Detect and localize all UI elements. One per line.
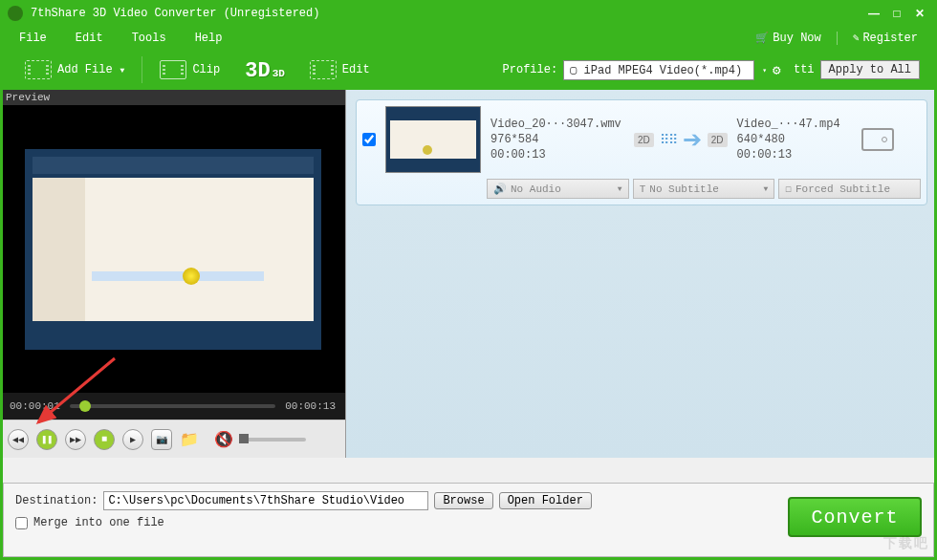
edit-button[interactable]: Edit	[302, 56, 378, 83]
preview-panel: Preview 00:00:01 00:00:13 ◀◀ ❚❚ ▶▶ ■	[0, 90, 346, 458]
register-link[interactable]: ✎Register	[853, 32, 918, 45]
time-bar: 00:00:01 00:00:13	[0, 393, 345, 420]
forced-subtitle-toggle[interactable]: ☐Forced Subtitle	[778, 179, 921, 199]
3d-button[interactable]: 3D3D	[237, 54, 293, 87]
seek-thumb-icon[interactable]	[79, 400, 91, 412]
bottom-bar: Destination: Browse Open Folder Merge in…	[3, 483, 934, 557]
window-title: 7thShare 3D Video Converter (Unregistere…	[31, 7, 864, 20]
app-logo-icon	[8, 6, 23, 21]
menubar: File Edit Tools Help 🛒Buy Now ✎Register	[0, 27, 937, 50]
profile-select[interactable]: ▢ iPad MPEG4 Video(*.mp4)	[563, 60, 754, 80]
step-button[interactable]: ▶	[122, 429, 143, 450]
volume-control: 🔇	[214, 430, 306, 449]
profile-dropdown-icon[interactable]: ▾	[762, 66, 767, 75]
file-checkbox[interactable]	[362, 133, 376, 146]
merge-checkbox[interactable]	[15, 517, 28, 529]
file-list: Video_20···3047.wmv 976*584 00:00:13 2D …	[346, 90, 937, 458]
conversion-indicator: 2D ⠿⠿ ➔ 2D	[634, 126, 728, 153]
settings-icon[interactable]: ⚙	[773, 62, 788, 77]
clip-icon	[160, 60, 186, 79]
tti-label: tti	[794, 63, 815, 76]
file-thumbnail	[385, 106, 481, 173]
dropdown-icon: ▼	[618, 184, 622, 193]
preview-screen	[0, 105, 345, 393]
audio-select[interactable]: 🔊No Audio▼	[487, 179, 629, 199]
clip-button[interactable]: Clip	[152, 56, 228, 83]
separator	[837, 32, 838, 45]
profile-group: Profile: ▢ iPad MPEG4 Video(*.mp4) ▾ ⚙ t…	[503, 60, 920, 80]
checkbox-icon: ☐	[785, 183, 792, 195]
target-duration: 00:00:13	[737, 148, 852, 162]
3d-icon: 3D3D	[245, 57, 285, 83]
stop-button[interactable]: ■	[94, 429, 115, 450]
open-folder-button[interactable]: Open Folder	[499, 492, 592, 509]
add-file-button[interactable]: Add File ▼	[17, 56, 132, 83]
source-resolution: 976*584	[490, 133, 624, 146]
apply-to-all-button[interactable]: Apply to All	[820, 60, 920, 79]
clip-label: Clip	[192, 63, 220, 76]
toolbar: Add File ▼ Clip 3D3D Edit Profile: ▢ iPa…	[0, 50, 937, 90]
menu-tools[interactable]: Tools	[132, 32, 166, 45]
source-duration: 00:00:13	[490, 148, 624, 162]
subtitle-select[interactable]: TNo Subtitle▼	[633, 179, 775, 199]
cart-icon: 🛒	[755, 32, 769, 44]
badge-2d-target: 2D	[708, 133, 728, 147]
volume-thumb-icon[interactable]	[239, 434, 249, 443]
arrow-right-icon: ➔	[683, 126, 702, 153]
pen-icon: ✎	[853, 32, 860, 44]
prev-button[interactable]: ◀◀	[8, 429, 29, 450]
play-pause-button[interactable]: ❚❚	[36, 429, 57, 450]
buy-now-link[interactable]: 🛒Buy Now	[755, 32, 820, 45]
titlebar: 7thShare 3D Video Converter (Unregistere…	[0, 0, 937, 27]
time-current: 00:00:01	[10, 400, 60, 412]
profile-label: Profile:	[503, 63, 558, 76]
seek-track[interactable]	[70, 404, 275, 408]
minimize-button[interactable]: —	[864, 7, 883, 20]
merge-label: Merge into one file	[33, 516, 164, 529]
volume-track[interactable]	[239, 438, 306, 442]
preview-label: Preview	[0, 90, 345, 105]
menu-file[interactable]: File	[19, 32, 47, 45]
badge-2d-source: 2D	[634, 133, 654, 147]
convert-button[interactable]: Convert	[788, 497, 922, 537]
mute-icon[interactable]: 🔇	[214, 430, 233, 449]
browse-button[interactable]: Browse	[434, 492, 492, 509]
close-button[interactable]: ✕	[910, 7, 929, 20]
player-controls: ◀◀ ❚❚ ▶▶ ■ ▶ 📷 📁 🔇	[0, 420, 345, 458]
folder-icon[interactable]: 📁	[180, 430, 199, 449]
source-filename: Video_20···3047.wmv	[490, 118, 624, 131]
text-icon: T	[640, 183, 646, 195]
destination-label: Destination:	[15, 494, 98, 507]
watermark: 下载吧	[883, 535, 929, 552]
target-filename: Video_···47.mp4	[737, 118, 852, 131]
menu-edit[interactable]: Edit	[76, 32, 103, 45]
add-file-label: Add File	[57, 63, 113, 76]
destination-input[interactable]	[103, 491, 428, 510]
dropdown-icon: ▼	[764, 184, 769, 193]
edit-icon	[310, 60, 337, 79]
dots-icon: ⠿⠿	[660, 132, 677, 148]
edit-label: Edit	[342, 63, 370, 76]
menu-help[interactable]: Help	[195, 32, 223, 45]
speaker-icon: 🔊	[493, 183, 507, 195]
target-resolution: 640*480	[737, 133, 852, 146]
time-total: 00:00:13	[285, 400, 336, 412]
snapshot-button[interactable]: 📷	[151, 429, 172, 450]
dropdown-icon: ▼	[120, 66, 125, 75]
device-icon	[861, 128, 894, 151]
divider	[142, 56, 142, 83]
file-item: Video_20···3047.wmv 976*584 00:00:13 2D …	[356, 99, 927, 205]
maximize-button[interactable]: □	[887, 7, 906, 20]
film-icon	[25, 60, 52, 79]
next-button[interactable]: ▶▶	[65, 429, 86, 450]
